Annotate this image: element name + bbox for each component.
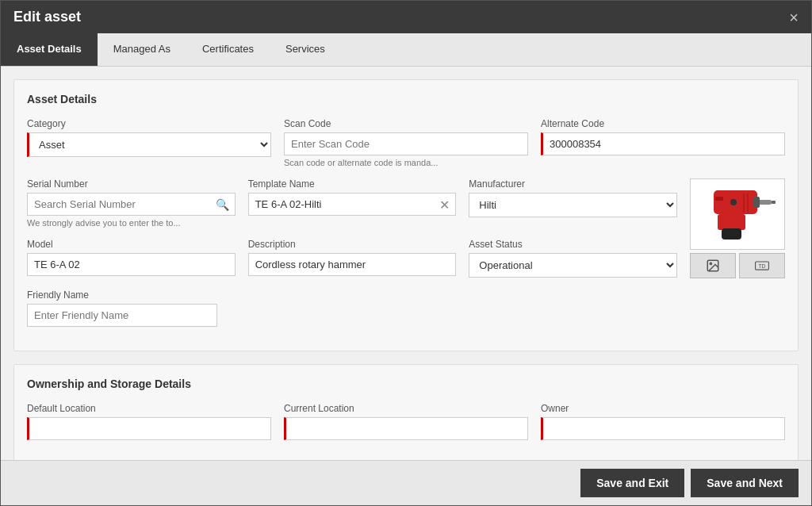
asset-image [690,178,785,250]
ownership-title: Ownership and Storage Details [27,378,785,390]
template-name-input-wrap: ✕ [248,193,457,216]
manufacturer-group: Manufacturer Hilti [469,178,677,217]
alternate-code-input[interactable] [541,132,785,155]
image-actions: TD [690,253,785,278]
modal-footer: Save and Exit Save and Next [1,460,811,505]
clear-icon[interactable]: ✕ [439,197,450,212]
owner-group: Owner [541,403,785,440]
svg-rect-4 [772,201,776,204]
form-row-3: Model Description Asset Status Operation… [27,239,677,278]
modal-title: Edit asset [13,9,81,25]
manufacturer-label: Manufacturer [469,178,677,190]
model-group: Model [27,239,236,276]
default-location-label: Default Location [27,403,271,414]
close-button[interactable]: × [789,10,799,25]
save-next-button[interactable]: Save and Next [691,469,799,497]
tab-bar: Asset Details Managed As Certificates Se… [1,33,811,67]
asset-status-label: Asset Status [469,239,677,250]
friendly-name-group: Friendly Name [27,289,217,327]
info-icon: TD [755,260,769,271]
default-location-group: Default Location [27,403,271,440]
manufacturer-select[interactable]: Hilti [469,193,677,217]
description-group: Description [248,239,457,276]
ownership-row-1: Default Location Current Location Owner [27,403,785,440]
scan-code-group: Scan Code Scan code or alternate code is… [284,118,528,167]
description-label: Description [248,239,457,250]
tab-asset-details[interactable]: Asset Details [1,33,98,66]
asset-image-svg [698,182,777,246]
scan-hint: Scan code or alternate code is manda... [284,158,528,167]
edit-asset-modal: Edit asset × Asset Details Managed As Ce… [0,0,812,506]
owner-label: Owner [541,403,785,414]
current-location-group: Current Location [284,403,528,440]
serial-number-group: Serial Number 🔍 We strongly advise you t… [27,178,236,228]
asset-details-section: Asset Details Category Asset Scan Code S… [13,79,799,351]
tab-managed-as[interactable]: Managed As [98,33,186,66]
upload-icon [706,259,720,273]
svg-point-11 [710,263,711,264]
template-name-group: Template Name ✕ [248,178,457,216]
modal-body: Asset Details Category Asset Scan Code S… [1,67,811,460]
image-panel: TD [690,178,785,278]
form-row-2: Serial Number 🔍 We strongly advise you t… [27,178,785,278]
scan-code-input[interactable] [284,132,528,155]
description-input[interactable] [248,253,457,276]
svg-rect-5 [753,197,760,208]
serial-number-input[interactable] [27,193,236,216]
modal-header: Edit asset × [1,1,811,33]
template-name-input[interactable] [248,193,457,216]
category-select[interactable]: Asset [27,132,271,157]
asset-status-group: Asset Status Operational Non-Operational… [469,239,677,278]
svg-rect-2 [722,228,741,240]
model-input[interactable] [27,253,236,276]
svg-rect-1 [718,214,745,230]
asset-details-title: Asset Details [27,93,785,105]
current-location-input[interactable] [284,417,528,440]
serial-hint: We strongly advise you to enter the to..… [27,218,236,228]
form-row-1: Category Asset Scan Code Scan code or al… [27,118,785,167]
image-upload-button[interactable] [690,253,736,278]
owner-input[interactable] [541,417,785,440]
template-name-label: Template Name [248,178,457,190]
form-row-2a: Serial Number 🔍 We strongly advise you t… [27,178,677,228]
asset-status-select[interactable]: Operational Non-Operational In Repair [469,253,677,278]
svg-rect-7 [715,197,723,201]
category-group: Category Asset [27,118,271,157]
save-exit-button[interactable]: Save and Exit [580,469,684,497]
friendly-name-label: Friendly Name [27,289,217,301]
tab-services[interactable]: Services [270,33,341,66]
category-label: Category [27,118,271,129]
image-info-button[interactable]: TD [739,253,785,278]
alternate-code-group: Alternate Code [541,118,785,155]
search-icon: 🔍 [216,198,229,211]
ownership-section: Ownership and Storage Details Default Lo… [13,364,799,460]
tab-certificates[interactable]: Certificates [186,33,270,66]
default-location-input[interactable] [27,417,271,440]
svg-text:TD: TD [759,263,766,269]
form-row-4: Friendly Name [27,289,785,327]
alternate-code-label: Alternate Code [541,118,785,129]
svg-point-6 [730,199,737,205]
current-location-label: Current Location [284,403,528,414]
model-label: Model [27,239,236,250]
friendly-name-input[interactable] [27,304,217,327]
serial-number-label: Serial Number [27,178,236,190]
serial-number-input-wrap: 🔍 [27,193,236,216]
scan-code-label: Scan Code [284,118,528,129]
